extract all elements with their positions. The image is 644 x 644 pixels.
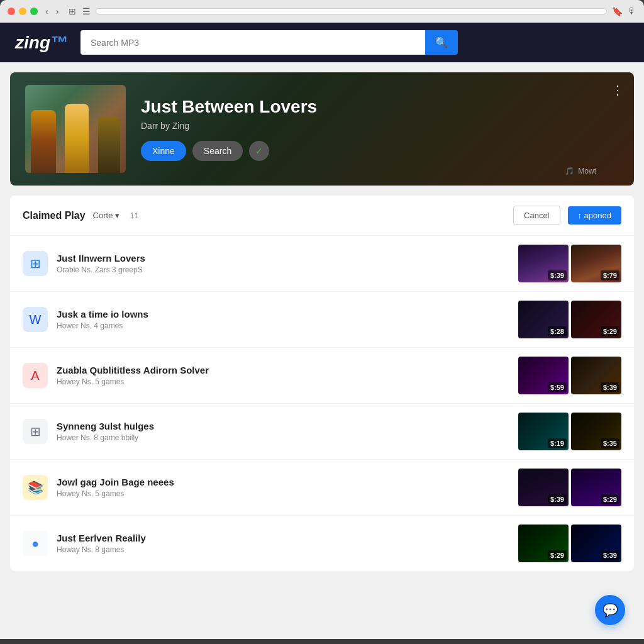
- character-2: [65, 104, 89, 173]
- browser-titlebar: ‹ › ⊞ ☰ 🔖 🎙: [8, 5, 636, 18]
- search-button[interactable]: 🔍: [425, 30, 458, 55]
- item-title-0: Just Ilnwern Lovers: [57, 253, 509, 264]
- cancel-button[interactable]: Cancel: [513, 206, 560, 225]
- hero-image: [25, 85, 126, 173]
- item-thumbnails-1: $:28 $:29: [518, 301, 621, 338]
- tab-icon: ⊞: [69, 6, 76, 16]
- search-bar: 🔍: [80, 30, 458, 55]
- thumb1-price-5: $:29: [548, 550, 567, 560]
- item-title-5: Just Eerlven Realily: [57, 533, 509, 543]
- item-icon-2: A: [23, 363, 48, 388]
- address-bar[interactable]: [96, 8, 607, 14]
- item-subtitle-5: Howay Ns. 8 games: [57, 545, 509, 554]
- list-item[interactable]: A Zuabla Qublititless Adirorn Solver How…: [10, 348, 634, 404]
- item-info-3: Synneng 3ulst hulges Hower Ns. 8 game bb…: [57, 421, 509, 442]
- thumb1-5[interactable]: $:29: [518, 525, 569, 562]
- site-logo: zing™: [15, 33, 68, 53]
- sort-chevron-icon: [115, 211, 119, 220]
- check-button[interactable]: ✓: [249, 141, 269, 161]
- thumb1-price-3: $:19: [548, 438, 567, 448]
- thumb2-price-2: $:39: [601, 382, 619, 392]
- hero-subtitle: Darr by Zing: [141, 121, 619, 131]
- hero-more-button[interactable]: ⋮: [611, 82, 624, 97]
- hero-banner: Just Between Lovers Darr by Zing Xinne S…: [10, 72, 634, 186]
- item-thumbnails-3: $:19 $:35: [518, 413, 621, 450]
- thumb1-price-4: $:39: [548, 494, 567, 504]
- thumb1-0[interactable]: $:39: [518, 245, 569, 282]
- chat-button[interactable]: 💬: [595, 595, 625, 625]
- item-title-2: Zuabla Qublititless Adirorn Solver: [57, 365, 509, 375]
- thumb2-price-4: $:29: [601, 494, 619, 504]
- maximize-button[interactable]: [30, 8, 38, 15]
- bookmark-icon[interactable]: 🔖: [612, 6, 623, 16]
- item-info-1: Jusk a time io lowns Hower Ns. 4 games: [57, 309, 509, 330]
- item-icon-4: 📚: [23, 475, 48, 500]
- thumb2-5[interactable]: $:39: [571, 525, 621, 562]
- site-header: zing™ 🔍: [0, 23, 644, 62]
- list-item[interactable]: 📚 Jowl gag Join Bage neees Howey Ns. 5 g…: [10, 460, 634, 516]
- item-subtitle-2: Howey Ns. 5 games: [57, 377, 509, 386]
- toolbar-title: Claimed Play: [23, 210, 86, 221]
- browser-content: zing™ 🔍 Just Between Lovers Darr by Zing…: [0, 23, 644, 639]
- minimize-button[interactable]: [19, 8, 26, 15]
- item-title-3: Synneng 3ulst hulges: [57, 421, 509, 431]
- toolbar-count: 11: [130, 211, 138, 220]
- back-button[interactable]: ‹: [43, 5, 51, 18]
- item-subtitle-0: Orable Ns. Zars 3 greepS: [57, 265, 509, 274]
- content-toolbar: Claimed Play Corte 11 Cancel ↑ aponed: [10, 196, 634, 236]
- hero-brand-icon: 🎵: [565, 167, 574, 175]
- list-item[interactable]: ● Just Eerlven Realily Howay Ns. 8 games…: [10, 516, 634, 571]
- browser-actions: 🔖 🎙: [612, 6, 636, 16]
- character-1: [31, 110, 56, 173]
- item-icon-1: W: [23, 307, 48, 332]
- item-info-5: Just Eerlven Realily Howay Ns. 8 games: [57, 533, 509, 554]
- xinne-button[interactable]: Xinne: [141, 141, 186, 161]
- thumb2-4[interactable]: $:29: [571, 469, 621, 506]
- hero-title: Just Between Lovers: [141, 97, 619, 117]
- thumb2-price-5: $:39: [601, 550, 619, 560]
- thumb1-3[interactable]: $:19: [518, 413, 569, 450]
- item-info-2: Zuabla Qublititless Adirorn Solver Howey…: [57, 365, 509, 386]
- item-icon-0: ⊞: [23, 251, 48, 276]
- close-button[interactable]: [8, 8, 15, 15]
- item-icon-3: ⊞: [23, 419, 48, 444]
- forward-button[interactable]: ›: [53, 5, 62, 18]
- menu-icon: ☰: [82, 6, 91, 16]
- thumb2-2[interactable]: $:39: [571, 357, 621, 394]
- hero-search-button[interactable]: Search: [192, 141, 243, 161]
- item-subtitle-3: Hower Ns. 8 game bbilly: [57, 433, 509, 442]
- content-area: Claimed Play Corte 11 Cancel ↑ aponed ⊞ …: [10, 196, 634, 571]
- thumb1-price-0: $:39: [548, 270, 567, 280]
- item-info-4: Jowl gag Join Bage neees Howey Ns. 5 gam…: [57, 477, 509, 498]
- mic-icon[interactable]: 🎙: [628, 6, 636, 16]
- nav-buttons: ‹ ›: [43, 5, 61, 18]
- thumb1-price-1: $:28: [548, 326, 567, 336]
- item-thumbnails-2: $:59 $:39: [518, 357, 621, 394]
- character-3: [98, 116, 120, 173]
- item-icon-5: ●: [23, 531, 48, 556]
- thumb2-0[interactable]: $:79: [571, 245, 621, 282]
- item-thumbnails-0: $:39 $:79: [518, 245, 621, 282]
- item-title-1: Jusk a time io lowns: [57, 309, 509, 319]
- hero-info: Just Between Lovers Darr by Zing Xinne S…: [141, 97, 619, 161]
- browser-icons: ⊞ ☰: [69, 6, 91, 16]
- list-item[interactable]: ⊞ Just Ilnwern Lovers Orable Ns. Zars 3 …: [10, 236, 634, 292]
- search-input[interactable]: [80, 30, 425, 55]
- item-subtitle-4: Howey Ns. 5 games: [57, 489, 509, 498]
- item-title-4: Jowl gag Join Bage neees: [57, 477, 509, 487]
- aponed-button[interactable]: ↑ aponed: [568, 206, 622, 225]
- list-item[interactable]: W Jusk a time io lowns Hower Ns. 4 games…: [10, 292, 634, 348]
- browser-chrome: ‹ › ⊞ ☰ 🔖 🎙: [0, 0, 644, 23]
- thumb2-price-0: $:79: [601, 270, 619, 280]
- items-list: ⊞ Just Ilnwern Lovers Orable Ns. Zars 3 …: [10, 236, 634, 571]
- list-item[interactable]: ⊞ Synneng 3ulst hulges Hower Ns. 8 game …: [10, 404, 634, 460]
- thumb2-3[interactable]: $:35: [571, 413, 621, 450]
- thumb2-1[interactable]: $:29: [571, 301, 621, 338]
- thumb1-1[interactable]: $:28: [518, 301, 569, 338]
- sort-dropdown[interactable]: Corte: [93, 211, 120, 220]
- item-info-0: Just Ilnwern Lovers Orable Ns. Zars 3 gr…: [57, 253, 509, 274]
- thumb1-2[interactable]: $:59: [518, 357, 569, 394]
- thumb1-4[interactable]: $:39: [518, 469, 569, 506]
- thumb1-price-2: $:59: [548, 382, 567, 392]
- hero-brand-label: 🎵 Mowt: [565, 167, 596, 175]
